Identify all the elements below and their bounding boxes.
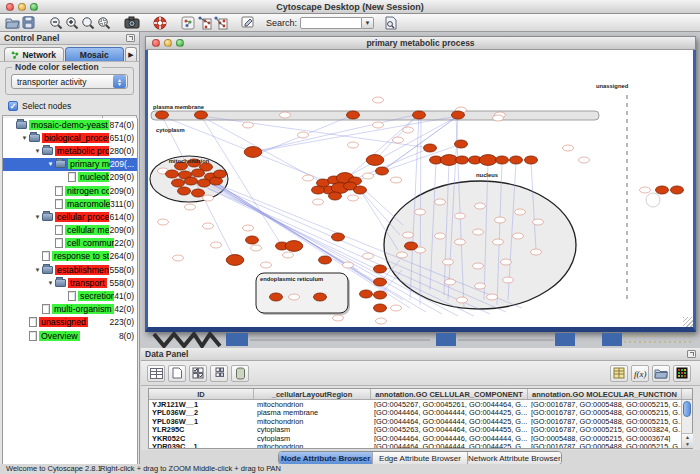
network-node[interactable] <box>640 187 651 193</box>
function-builder-icon[interactable]: f(x) <box>631 365 649 382</box>
network-node[interactable] <box>403 232 414 238</box>
tree-row[interactable]: cell communicat22(0) <box>3 237 137 250</box>
zoom-fit-icon[interactable] <box>80 15 96 30</box>
network-node[interactable] <box>246 236 259 244</box>
self-loop-edge[interactable] <box>646 193 660 207</box>
column-header[interactable]: annotation.GO MOLECULAR_FUNCTION <box>528 389 682 399</box>
network-node[interactable] <box>424 144 437 152</box>
help-lifebuoy-icon[interactable] <box>152 15 168 30</box>
network-node[interactable] <box>203 195 214 201</box>
network-node[interactable] <box>473 263 484 269</box>
network-node[interactable] <box>332 233 345 241</box>
network-node[interactable] <box>391 177 402 183</box>
tree-row[interactable]: ▼primary metabol209(... <box>3 158 137 171</box>
view-close-icon[interactable] <box>152 39 160 47</box>
network-node[interactable] <box>487 294 498 300</box>
network-node[interactable] <box>563 145 574 151</box>
zoom-selected-icon[interactable] <box>96 15 112 30</box>
tab-network[interactable]: Network <box>4 47 64 61</box>
view-zoom-icon[interactable] <box>176 39 184 47</box>
network-node[interactable] <box>192 169 205 177</box>
network-node[interactable] <box>343 262 354 268</box>
network-node[interactable] <box>211 242 222 248</box>
network-node[interactable] <box>503 277 514 283</box>
network-node[interactable] <box>178 187 191 195</box>
float-panel-icon[interactable] <box>126 34 135 42</box>
tree-row[interactable]: nitrogen compo209(0) <box>3 184 137 197</box>
network-node[interactable] <box>158 219 169 225</box>
network-node[interactable] <box>376 318 387 324</box>
network-node[interactable] <box>373 122 384 128</box>
network-node[interactable] <box>333 315 344 321</box>
tree-row[interactable]: nucleobase-c209(0) <box>3 171 137 184</box>
network-node[interactable] <box>243 122 254 128</box>
column-header[interactable]: ID <box>149 389 254 399</box>
new-attribute-icon[interactable] <box>168 365 186 382</box>
save-icon[interactable] <box>20 15 36 30</box>
network-node[interactable] <box>198 179 211 187</box>
network-node[interactable] <box>285 241 303 252</box>
network-node[interactable] <box>493 115 504 121</box>
layout-icon-b[interactable] <box>212 15 228 30</box>
float-data-panel-icon[interactable] <box>687 350 696 358</box>
network-node[interactable] <box>501 259 512 265</box>
network-node[interactable] <box>244 147 262 158</box>
close-window-icon[interactable] <box>6 3 14 11</box>
network-node[interactable] <box>496 156 509 164</box>
tree-row[interactable]: response to stimulu264(0) <box>3 250 137 263</box>
network-node[interactable] <box>473 229 484 235</box>
tree-expand-icon[interactable]: ▼ <box>20 135 29 141</box>
table-scrollbar[interactable]: ▲▼ <box>681 400 692 448</box>
network-node[interactable] <box>348 142 359 148</box>
network-node[interactable] <box>435 233 446 239</box>
tree-expand-icon[interactable]: ▼ <box>33 267 42 273</box>
network-node[interactable] <box>374 265 387 273</box>
network-node[interactable] <box>348 195 359 201</box>
network-node[interactable] <box>455 140 468 148</box>
network-node[interactable] <box>347 111 360 119</box>
tab-node-attribute-browser[interactable]: Node Attribute Browser <box>279 452 373 464</box>
tree-row[interactable]: mosaic-demo-yeast874(0) <box>3 118 137 131</box>
network-node[interactable] <box>329 192 342 200</box>
network-node[interactable] <box>397 252 408 258</box>
network-node[interactable] <box>172 179 185 187</box>
select-attributes-icon[interactable] <box>189 365 207 382</box>
network-node[interactable] <box>374 304 387 312</box>
network-node[interactable] <box>185 204 196 210</box>
table-row[interactable]: YJR121W__1mitochondrion[GO:0045267, GO:0… <box>149 400 692 408</box>
table-scrollbar-buttons[interactable]: ▲▼ <box>682 433 693 448</box>
network-view-window[interactable]: primary metabolic process plasma membran… <box>145 36 696 332</box>
tab-mosaic[interactable]: Mosaic <box>65 47 125 61</box>
network-node[interactable] <box>360 290 373 298</box>
network-node[interactable] <box>579 157 590 163</box>
network-node[interactable] <box>443 259 454 265</box>
network-edge[interactable] <box>360 190 400 235</box>
attribute-table-icon[interactable] <box>147 365 165 382</box>
tab-network-attribute-browser[interactable]: Network Attribute Browser <box>468 452 561 464</box>
network-node[interactable] <box>456 156 469 164</box>
network-canvas[interactable]: plasma membranecytoplasmmitochondrionnuc… <box>148 50 693 327</box>
tree-expand-icon[interactable]: ▼ <box>46 161 55 167</box>
view-minimize-icon[interactable] <box>164 39 172 47</box>
network-node[interactable] <box>261 262 272 268</box>
attribute-matrix-icon[interactable] <box>210 365 228 382</box>
annotation-icon[interactable] <box>240 15 256 30</box>
network-node[interactable] <box>455 239 466 245</box>
network-node[interactable] <box>270 293 283 301</box>
open-file-icon[interactable] <box>4 15 20 30</box>
layout-icon-a[interactable] <box>196 15 212 30</box>
network-node[interactable] <box>314 293 327 301</box>
network-node[interactable] <box>515 209 526 215</box>
network-node[interactable] <box>226 255 244 266</box>
network-node[interactable] <box>495 217 506 223</box>
load-attributes-icon[interactable] <box>652 365 670 382</box>
search-doc-icon[interactable] <box>382 15 398 30</box>
network-node[interactable] <box>363 253 374 259</box>
network-node[interactable] <box>298 132 309 138</box>
network-node[interactable] <box>376 167 389 175</box>
network-edge[interactable] <box>201 116 430 148</box>
network-node[interactable] <box>214 170 227 178</box>
network-node[interactable] <box>455 213 466 219</box>
network-node[interactable] <box>156 111 169 119</box>
search-input[interactable] <box>300 17 362 29</box>
